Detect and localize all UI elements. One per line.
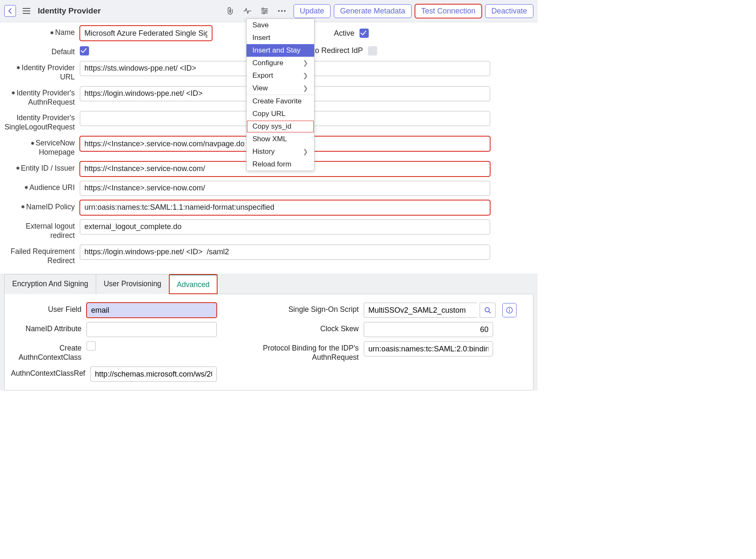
sso-script-input[interactable]: [364, 303, 477, 318]
ctx-insert[interactable]: Insert: [247, 32, 314, 44]
deactivate-button[interactable]: Deactivate: [485, 4, 533, 18]
field-label: Create AuthnContextClass: [9, 341, 87, 362]
field-label: Identity Provider's AuthnRequest: [4, 86, 80, 107]
field-label: Identity Provider's SingleLogoutRequest: [4, 111, 80, 132]
field-label: uto Redirect IdP: [309, 46, 363, 55]
header-buttons: Update Generate Metadata Test Connection…: [294, 4, 533, 18]
ctx-copy-sys-id[interactable]: Copy sys_id: [247, 120, 314, 133]
svg-point-1: [265, 10, 267, 12]
nameid-attribute-input[interactable]: [87, 322, 217, 337]
svg-point-3: [278, 10, 280, 12]
ctx-configure[interactable]: Configure❯: [247, 57, 314, 69]
field-label: Active: [334, 29, 354, 38]
svg-rect-9: [509, 310, 510, 312]
back-button[interactable]: [4, 5, 16, 17]
test-connection-button[interactable]: Test Connection: [415, 4, 482, 18]
svg-point-4: [281, 10, 283, 12]
authn-context-ref-input[interactable]: [90, 367, 217, 382]
info-button[interactable]: [502, 303, 517, 317]
svg-point-8: [509, 309, 510, 309]
protocol-binding-input[interactable]: [364, 341, 493, 356]
field-label: External logout redirect: [4, 219, 80, 240]
nameid-policy-input[interactable]: [80, 200, 490, 215]
failed-redirect-input[interactable]: [80, 245, 490, 260]
more-icon[interactable]: [278, 10, 286, 12]
ctx-save[interactable]: Save: [247, 19, 314, 32]
svg-point-6: [485, 308, 489, 312]
settings-icon[interactable]: [261, 8, 268, 14]
ctx-show-xml[interactable]: Show XML: [247, 133, 314, 145]
context-menu: Save Insert Insert and Stay Configure❯ E…: [246, 18, 315, 171]
external-logout-input[interactable]: [80, 219, 490, 235]
chevron-right-icon: ❯: [303, 72, 308, 79]
field-label: Identity Provider URL: [4, 61, 80, 82]
search-icon: [484, 307, 491, 314]
generate-metadata-button[interactable]: Generate Metadata: [334, 4, 412, 18]
tab-section: Encryption And Signing User Provisioning…: [0, 274, 538, 390]
field-label: Protocol Binding for the IDP's AuthnRequ…: [219, 341, 364, 362]
name-input[interactable]: [80, 26, 212, 41]
ctx-view[interactable]: View❯: [247, 82, 314, 95]
ctx-create-favorite[interactable]: Create Favorite: [247, 95, 314, 108]
chevron-right-icon: ❯: [303, 84, 308, 92]
tab-advanced-content: User Field NameID Attribute Create Authn…: [4, 294, 533, 390]
field-label: Audience URI: [4, 181, 80, 196]
field-label: AuthnContextClassRef: [9, 367, 90, 378]
ctx-history[interactable]: History❯: [247, 145, 314, 158]
attachment-icon[interactable]: [226, 7, 234, 15]
update-button[interactable]: Update: [294, 4, 331, 18]
tab-user-provisioning[interactable]: User Provisioning: [96, 274, 169, 294]
tab-advanced[interactable]: Advanced: [169, 274, 218, 294]
active-checkbox[interactable]: [360, 29, 369, 38]
field-label: Entity ID / Issuer: [4, 161, 80, 177]
info-icon: [506, 307, 513, 314]
tab-encryption-signing[interactable]: Encryption And Signing: [4, 274, 96, 294]
lookup-button[interactable]: [480, 303, 496, 318]
ctx-copy-url[interactable]: Copy URL: [247, 108, 314, 120]
field-label: User Field: [9, 303, 87, 314]
field-label: NameID Attribute: [9, 322, 87, 334]
audience-uri-input[interactable]: [80, 181, 490, 196]
svg-point-2: [263, 12, 265, 14]
field-label: NameID Policy: [4, 200, 80, 215]
default-checkbox[interactable]: [80, 46, 89, 55]
ctx-export[interactable]: Export❯: [247, 69, 314, 82]
svg-point-5: [284, 10, 286, 12]
chevron-right-icon: ❯: [303, 148, 308, 156]
page-title: Identity Provider: [38, 6, 226, 16]
field-label: ServiceNow Homepage: [4, 136, 80, 157]
field-label: Clock Skew: [219, 322, 364, 334]
chevron-left-icon: [8, 8, 12, 14]
menu-icon[interactable]: [23, 8, 30, 14]
field-label: Single Sign-On Script: [219, 303, 364, 314]
auto-redirect-checkbox[interactable]: [368, 46, 377, 55]
clock-skew-input[interactable]: [364, 322, 493, 337]
ctx-reload-form[interactable]: Reload form: [247, 158, 314, 171]
field-label: Failed Requirement Redirect: [4, 245, 80, 266]
field-label: Name: [4, 26, 80, 41]
header-actions-icons: [226, 7, 286, 15]
user-field-input[interactable]: [87, 303, 217, 318]
field-label: Default: [4, 45, 80, 57]
svg-point-0: [262, 8, 264, 10]
tab-bar: Encryption And Signing User Provisioning…: [4, 274, 533, 294]
ctx-insert-stay[interactable]: Insert and Stay: [247, 44, 314, 57]
create-authn-checkbox[interactable]: [87, 341, 96, 351]
chevron-right-icon: ❯: [303, 59, 308, 67]
activity-icon[interactable]: [243, 8, 252, 14]
